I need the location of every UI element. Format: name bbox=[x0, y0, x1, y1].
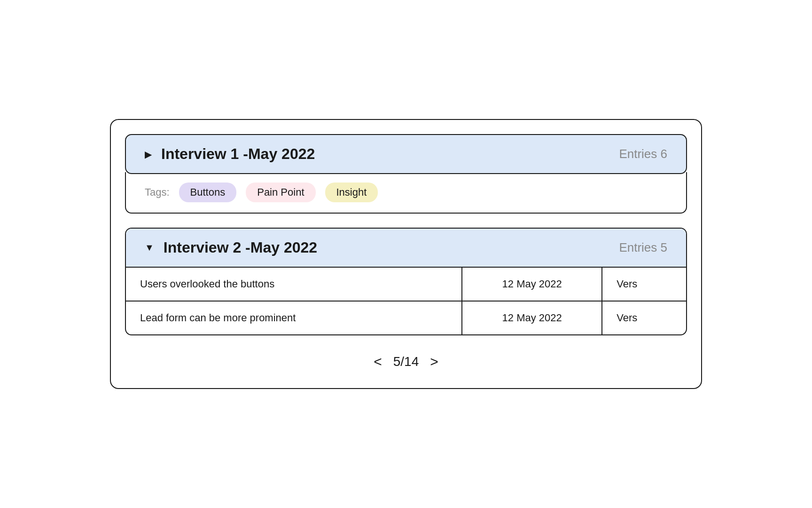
outer-container: ▶ Interview 1 -May 2022 Entries 6 Tags: … bbox=[110, 119, 702, 389]
prev-page-button[interactable]: < bbox=[374, 355, 382, 369]
interview-1-title: Interview 1 -May 2022 bbox=[161, 145, 609, 163]
row-2-version: Vers bbox=[602, 301, 686, 334]
row-1-date: 12 May 2022 bbox=[462, 267, 602, 301]
table-row: Users overlooked the buttons 12 May 2022… bbox=[126, 267, 686, 301]
interview-2-title: Interview 2 -May 2022 bbox=[164, 239, 610, 256]
pagination: < 5/14 > bbox=[125, 354, 687, 369]
pagination-current: 5/14 bbox=[393, 354, 419, 369]
row-1-version: Vers bbox=[602, 267, 686, 301]
row-1-description: Users overlooked the buttons bbox=[126, 267, 462, 301]
tag-pain-point[interactable]: Pain Point bbox=[246, 183, 315, 202]
tag-insight[interactable]: Insight bbox=[325, 183, 378, 202]
next-page-button[interactable]: > bbox=[430, 355, 438, 369]
tag-buttons[interactable]: Buttons bbox=[179, 183, 237, 202]
row-2-date: 12 May 2022 bbox=[462, 301, 602, 334]
interview-2-header[interactable]: ▼ Interview 2 -May 2022 Entries 5 bbox=[126, 229, 686, 267]
interview-1-header[interactable]: ▶ Interview 1 -May 2022 Entries 6 bbox=[125, 134, 687, 174]
interview-1-block: ▶ Interview 1 -May 2022 Entries 6 Tags: … bbox=[125, 134, 687, 214]
row-2-description: Lead form can be more prominent bbox=[126, 301, 462, 334]
interview-2-block: ▼ Interview 2 -May 2022 Entries 5 Users … bbox=[125, 228, 687, 335]
tags-label: Tags: bbox=[145, 186, 170, 198]
interview-1-entries: Entries 6 bbox=[619, 147, 667, 161]
tags-panel: Tags: Buttons Pain Point Insight bbox=[125, 172, 687, 214]
entries-table: Users overlooked the buttons 12 May 2022… bbox=[126, 267, 686, 334]
collapse-1-icon: ▶ bbox=[145, 149, 152, 160]
interview-2-entries: Entries 5 bbox=[619, 240, 667, 255]
table-row: Lead form can be more prominent 12 May 2… bbox=[126, 301, 686, 334]
collapse-2-icon: ▼ bbox=[145, 242, 154, 253]
